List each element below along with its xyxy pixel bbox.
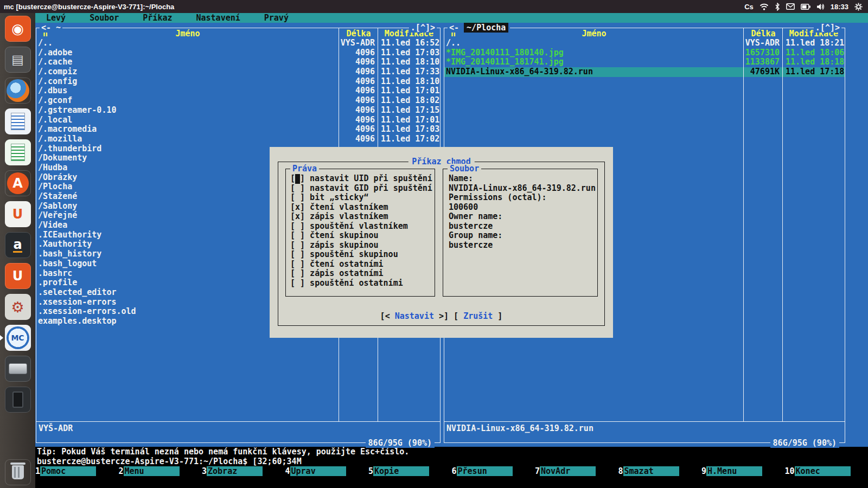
file-row[interactable]: /.gstreamer-0.10409611.led 17:15 — [36, 106, 440, 115]
chmod-checkbox[interactable]: [ ] zápis skupinou — [286, 241, 435, 251]
column-header-size[interactable]: Délka — [339, 29, 378, 38]
launcher-midnight-commander[interactable]: MC — [5, 325, 31, 351]
running-app-indicator — [0, 335, 3, 341]
launcher-trash[interactable] — [5, 459, 31, 485]
clock[interactable]: 18:33 — [831, 3, 848, 11]
file-row[interactable]: /.adobe409611.led 17:03 — [36, 48, 440, 58]
menu-left[interactable]: Levý — [46, 13, 66, 23]
bluetooth-icon[interactable] — [775, 3, 780, 11]
fkey-1-button[interactable]: 1Pomoc — [35, 466, 119, 476]
launcher-ubuntu-one-icon: U — [12, 208, 23, 221]
file-row[interactable]: /.macromedia409611.led 17:03 — [36, 125, 440, 134]
file-modified: 11.led 18:10 — [378, 57, 440, 67]
file-info-line: Name: — [449, 174, 597, 184]
file-size: 4096 — [339, 115, 378, 125]
launcher-system-settings[interactable]: ⚙ — [5, 294, 31, 320]
launcher-firefox[interactable] — [5, 78, 31, 104]
launcher-ubuntu-one[interactable]: U — [5, 201, 31, 227]
set-button[interactable]: [< Nastavit >] — [380, 311, 449, 321]
wifi-icon[interactable] — [760, 3, 769, 10]
file-row-selected[interactable]: NVIDIA-Linux-x86_64-319.82.run47691K11.l… — [444, 67, 845, 77]
right-panel-path[interactable]: <- ~/Plocha — [448, 23, 510, 33]
keyboard-layout-indicator[interactable]: Cs — [744, 3, 754, 11]
column-header-name[interactable]: Jméno — [36, 29, 339, 38]
battery-icon[interactable] — [801, 4, 810, 10]
fkey-number: 8 — [618, 466, 623, 476]
command-line[interactable]: bustercze@bustercze-Aspire-V3-771:~/Ploc… — [35, 457, 868, 466]
fkey-10-button[interactable]: 10Konec — [785, 466, 868, 476]
launcher-files[interactable]: ▤ — [5, 47, 31, 73]
ministatus-separator — [36, 421, 440, 422]
menu-options[interactable]: Nastavení — [196, 13, 240, 23]
file-size: VYŠ-ADR — [339, 38, 378, 48]
panel-history-arrow[interactable]: <- — [449, 23, 459, 33]
menu-file[interactable]: Soubor — [90, 13, 119, 23]
active-path-label: ~/Plocha — [464, 23, 508, 33]
file-row[interactable]: /.gconf409611.led 18:02 — [36, 96, 440, 106]
file-row[interactable]: /.cache409611.led 18:10 — [36, 57, 440, 67]
file-modified: 11.led 17:03 — [378, 125, 440, 134]
fkey-5-button[interactable]: 5Kopie — [368, 466, 452, 476]
file-name: /.. — [444, 38, 744, 48]
launcher-midnight-commander-icon: MC — [7, 326, 29, 349]
file-row[interactable]: /.local409611.led 17:01 — [36, 115, 440, 125]
fkey-8-button[interactable]: 8Smazat — [618, 466, 702, 476]
column-separator — [743, 28, 744, 422]
fkey-7-button[interactable]: 7NovAdr — [535, 466, 618, 476]
left-panel-corner-buttons[interactable]: .[^]> — [409, 23, 437, 33]
fkey-number: 4 — [285, 466, 290, 476]
launcher-libreoffice-writer[interactable] — [5, 108, 31, 134]
mail-icon[interactable] — [786, 3, 795, 10]
fkey-2-button[interactable]: 2Menu — [119, 466, 202, 476]
chmod-checkbox[interactable]: [ ] čtení ostatními — [286, 260, 435, 269]
launcher-ubuntu-dash[interactable]: ◉ — [5, 16, 31, 42]
chmod-checkbox[interactable]: [ ] nastavit UID při spuštění — [286, 174, 435, 184]
launcher-software-center[interactable]: A — [5, 170, 31, 196]
file-modified: 11.led 18:02 — [378, 96, 440, 106]
launcher-libreoffice-writer-icon — [11, 113, 25, 130]
launcher-ubuntu-one-music[interactable]: U — [5, 263, 31, 289]
launcher-libreoffice-calc-icon — [11, 144, 25, 161]
menu-right[interactable]: Pravý — [264, 13, 289, 23]
file-row[interactable]: /.config409611.led 18:10 — [36, 77, 440, 87]
chmod-checkbox[interactable]: [x] zápis vlastníkem — [286, 212, 435, 222]
fkey-4-button[interactable]: 4Uprav — [285, 466, 369, 476]
chmod-checkbox[interactable]: [ ] čtení skupinou — [286, 231, 435, 241]
file-row[interactable]: /.dbus409611.led 17:01 — [36, 86, 440, 96]
permissions-group: Práva [ ] nastavit UID při spuštění[ ] n… — [285, 169, 435, 297]
cancel-button[interactable]: [ Zrušit ] — [454, 311, 502, 321]
file-name: /.gconf — [36, 96, 339, 106]
file-row[interactable]: /..VYŠ-ADR11.led 16:52 — [36, 38, 440, 48]
file-modified: 11.led 18:18 — [783, 57, 845, 67]
file-row[interactable]: *IMG_20140111_181741.jpg113386711.led 18… — [444, 57, 845, 67]
chmod-checkbox[interactable]: [x] čtení vlastníkem — [286, 203, 435, 213]
fkey-6-button[interactable]: 6Přesun — [452, 466, 535, 476]
launcher-device[interactable] — [5, 387, 31, 413]
chmod-checkbox[interactable]: [ ] zápis ostatními — [286, 269, 435, 279]
file-row[interactable]: *IMG_20140111_180140.jpg165731011.led 18… — [444, 48, 845, 58]
hint-line: Tip: Pokud Váš terminál nezná nebo nemá … — [35, 447, 868, 457]
column-header-size[interactable]: Délka — [744, 29, 783, 38]
launcher-amazon[interactable]: a — [5, 232, 31, 258]
right-panel-corner-buttons[interactable]: .[^]> — [814, 23, 841, 33]
chmod-checkbox[interactable]: [ ] bit „sticky“ — [286, 193, 435, 203]
file-row[interactable]: /..VYŠ-ADR11.led 18:21 — [444, 38, 845, 48]
fkey-9-button[interactable]: 9H.Menu — [701, 466, 785, 476]
fkey-3-button[interactable]: 3Zobraz — [202, 466, 285, 476]
menu-command[interactable]: Příkaz — [143, 13, 172, 23]
chmod-checkbox[interactable]: [ ] spouštění ostatními — [286, 279, 435, 288]
launcher-disk[interactable] — [5, 356, 31, 382]
file-row[interactable]: /.compiz409611.led 17:33 — [36, 67, 440, 77]
file-row[interactable]: /.mozilla409611.led 17:02 — [36, 134, 440, 144]
chmod-checkbox[interactable]: [ ] spouštění skupinou — [286, 250, 435, 260]
fkey-label: NovAdr — [540, 466, 596, 476]
fkey-number: 2 — [119, 466, 124, 476]
left-panel-path[interactable]: <- ~ — [40, 23, 62, 33]
chmod-checkbox[interactable]: [ ] spouštění vlastníkem — [286, 222, 435, 232]
volume-icon[interactable] — [816, 3, 825, 10]
session-gear-icon[interactable] — [854, 3, 863, 11]
launcher-libreoffice-calc[interactable] — [5, 139, 31, 165]
file-size: 4096 — [339, 86, 378, 96]
chmod-checkbox[interactable]: [ ] nastavit GID při spuštění — [286, 184, 435, 194]
file-name: /.adobe — [36, 48, 339, 58]
